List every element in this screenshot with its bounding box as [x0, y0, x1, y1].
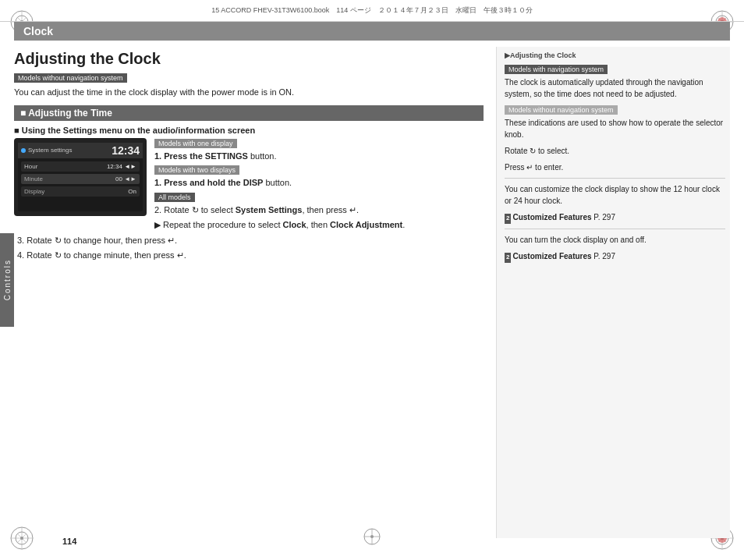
customize1-page: P. 297	[592, 213, 615, 222]
screen-row-1: Hour 12:34 ◄►	[21, 161, 140, 172]
steps-area: System settings 12:34 Hour 12:34 ◄► Minu…	[14, 138, 484, 264]
subsub-heading: ■ Using the Settings menu on the audio/i…	[14, 126, 484, 135]
right-press-text: Press ↵ to enter.	[505, 161, 725, 173]
top-bar: 15 ACCORD FHEV-31T3W6100.book 114 ページ ２０…	[0, 0, 744, 22]
right-ref-label: ▶Adjusting the Clock	[505, 51, 725, 59]
right-column: ▶Adjusting the Clock Models with navigat…	[496, 47, 730, 538]
right-badge-no-nav: Models without navigation system	[505, 105, 618, 115]
left-column: Adjusting the Clock Models without navig…	[14, 47, 496, 538]
section-header: Clock	[14, 22, 730, 41]
badge-two-displays: Models with two displays	[154, 165, 239, 175]
screen-row-3: Display On	[21, 186, 140, 197]
right-rotate-text: Rotate ↻ to select.	[505, 145, 725, 157]
badge-all-models: All models	[154, 193, 195, 202]
screen-row-1-value: 12:34 ◄►	[107, 163, 136, 170]
customize1-link: 2Customized Features P. 297	[505, 211, 725, 224]
right-badge-nav: Models with navigation system	[505, 65, 608, 74]
screen-time: 12:34	[112, 144, 140, 157]
sub-section-title: ■ Adjusting the Time	[14, 105, 484, 121]
bottom-center-decor	[363, 527, 381, 548]
sidebar-label: Controls	[3, 259, 12, 300]
screen-row-2: Minute 00 ◄►	[21, 174, 140, 184]
screen-body: Hour 12:34 ◄► Minute 00 ◄► Display On	[18, 158, 143, 211]
screen-mockup: System settings 12:34 Hour 12:34 ◄► Minu…	[14, 138, 147, 216]
customize2-link-text: Customized Features	[512, 252, 591, 261]
intro-text: You can adjust the time in the clock dis…	[14, 86, 484, 99]
step-3: 3. Rotate ↻ to change hour, then press ↵…	[17, 234, 484, 247]
file-info: 15 ACCORD FHEV-31T3W6100.book 114 ページ ２０…	[211, 5, 533, 16]
screen-top-label: System settings	[28, 147, 112, 154]
main-content: Clock Adjusting the Clock Models without…	[14, 22, 730, 538]
two-col-layout: Adjusting the Clock Models without navig…	[14, 47, 730, 538]
screen-row-1-label: Hour	[24, 163, 107, 170]
screen-top-bar: System settings 12:34	[18, 143, 143, 158]
badge-one-display: Models with one display	[154, 139, 237, 148]
customize1-text: You can customize the clock display to s…	[505, 183, 725, 207]
step-4: 4. Rotate ↻ to change minute, then press…	[17, 249, 484, 262]
right-no-nav-text1: These indications are used to show how t…	[505, 117, 725, 140]
customize2-icon: 2	[505, 253, 511, 263]
right-divider-2	[505, 229, 725, 229]
screen-dot	[21, 148, 26, 153]
right-divider-1	[505, 178, 725, 179]
customize2-link: 2Customized Features P. 297	[505, 250, 725, 263]
customize2-text: You can turn the clock display on and of…	[505, 234, 725, 246]
model-badge-no-nav: Models without navigation system	[14, 73, 127, 83]
right-nav-text: The clock is automatically updated throu…	[505, 76, 725, 100]
customize1-link-text: Customized Features	[512, 213, 591, 222]
customize1-icon: 2	[505, 214, 511, 224]
page-title: Adjusting the Clock	[14, 50, 484, 68]
screen-inner: System settings 12:34 Hour 12:34 ◄► Minu…	[18, 143, 143, 211]
sidebar-tab: Controls	[0, 233, 14, 327]
arrow-1: ▶ Repeat the procedure to select Clock, …	[25, 218, 484, 232]
customize2-page: P. 297	[592, 252, 615, 261]
svg-point-33	[370, 535, 374, 538]
